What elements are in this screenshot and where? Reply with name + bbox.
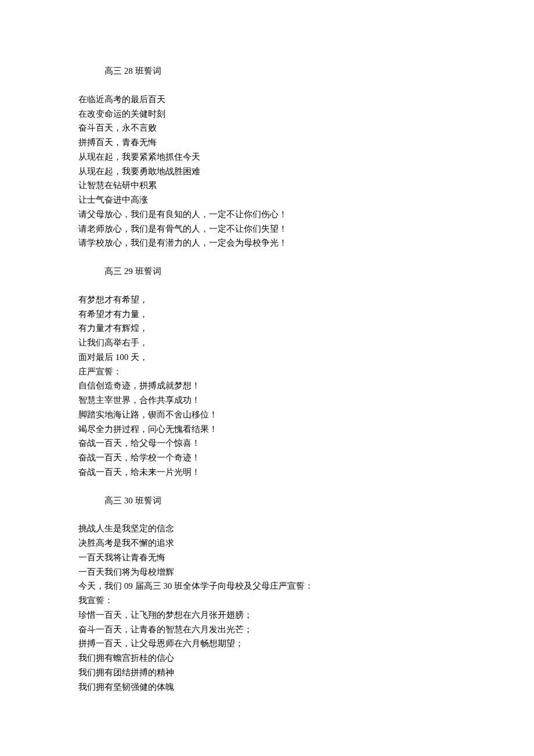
section-body-30: 挑战人生是我坚定的信念 决胜高考是我不懈的追求 一百天我将让青春无悔 一百天我们… <box>78 521 427 694</box>
oath-line: 拼搏一百天，让父母恩师在六月畅想期望； <box>78 636 427 651</box>
title-text: 高三 30 班誓词 <box>104 496 161 505</box>
oath-line: 脚踏实地海让路，锲而不舍山移位！ <box>78 408 427 422</box>
oath-line: 奋斗百天，永不言败 <box>78 121 427 135</box>
oath-line: 拼搏百天，青春无悔 <box>78 135 427 150</box>
oath-line: 我们拥有坚韧强健的体魄 <box>78 680 427 694</box>
oath-line: 请父母放心，我们是有良知的人，一定不让你们伤心！ <box>78 207 427 222</box>
oath-line: 挑战人生是我坚定的信念 <box>78 521 427 536</box>
oath-line: 请学校放心，我们是有潜力的人，一定会为母校争光！ <box>78 236 427 250</box>
section-title-28: 高三 28 班誓词 <box>78 64 427 78</box>
oath-line: 自信创造奇迹，拼搏成就梦想！ <box>78 379 427 393</box>
oath-line: 我们拥有蟾宫折桂的信心 <box>78 651 427 665</box>
document-page: 高三 28 班誓词 在临近高考的最后百天 在改变命运的关健时刻 奋斗百天，永不言… <box>0 0 427 737</box>
section-body-28: 在临近高考的最后百天 在改变命运的关健时刻 奋斗百天，永不言败 拼搏百天，青春无… <box>78 92 427 250</box>
section-title-29: 高三 29 班誓词 <box>78 264 427 279</box>
oath-line: 在改变命运的关健时刻 <box>78 107 427 121</box>
oath-line: 从现在起，我要勇敢地战胜困难 <box>78 164 427 179</box>
oath-line: 奋战一百天，给父母一个惊喜！ <box>78 436 427 451</box>
oath-line: 有梦想才有希望， <box>78 293 427 307</box>
oath-line: 让我们高举右手， <box>78 336 427 350</box>
oath-line: 决胜高考是我不懈的追求 <box>78 536 427 550</box>
oath-line: 从现在起，我要紧紧地抓住今天 <box>78 150 427 164</box>
oath-line: 在临近高考的最后百天 <box>78 92 427 107</box>
title-text: 高三 28 班誓词 <box>104 66 161 75</box>
section-body-29: 有梦想才有希望， 有希望才有力量， 有力量才有辉煌， 让我们高举右手， 面对最后… <box>78 293 427 480</box>
section-title-30: 高三 30 班誓词 <box>78 494 427 508</box>
oath-line: 有希望才有力量， <box>78 307 427 322</box>
oath-line: 奋战一百天，给学校一个奇迹！ <box>78 451 427 465</box>
title-text: 高三 29 班誓词 <box>104 267 161 276</box>
oath-line: 让智慧在钻研中积累 <box>78 178 427 193</box>
oath-line: 一百天我们将为母校增辉 <box>78 565 427 579</box>
oath-line: 珍惜一百天，让飞翔的梦想在六月张开翅膀； <box>78 608 427 622</box>
oath-line: 奋战一百天，给未来一片光明！ <box>78 465 427 480</box>
oath-line: 智慧主宰世界，合作共享成功！ <box>78 393 427 408</box>
oath-line: 庄严宣誓： <box>78 365 427 379</box>
oath-line: 面对最后 100 天， <box>78 350 427 365</box>
oath-line: 有力量才有辉煌， <box>78 321 427 336</box>
oath-line: 今天，我们 09 届高三 30 班全体学子向母校及父母庄严宣誓： <box>78 579 427 593</box>
oath-line: 奋斗一百天，让青春的智慧在六月发出光芒； <box>78 622 427 637</box>
oath-line: 我宣誓： <box>78 593 427 608</box>
oath-line: 竭尽全力拼过程，问心无愧看结果！ <box>78 422 427 437</box>
oath-line: 一百天我将让青春无悔 <box>78 550 427 565</box>
oath-line: 让士气奋进中高涨 <box>78 193 427 207</box>
oath-line: 请老师放心，我们是有骨气的人，一定不让你们失望！ <box>78 222 427 236</box>
oath-line: 我们拥有团结拼搏的精神 <box>78 665 427 680</box>
